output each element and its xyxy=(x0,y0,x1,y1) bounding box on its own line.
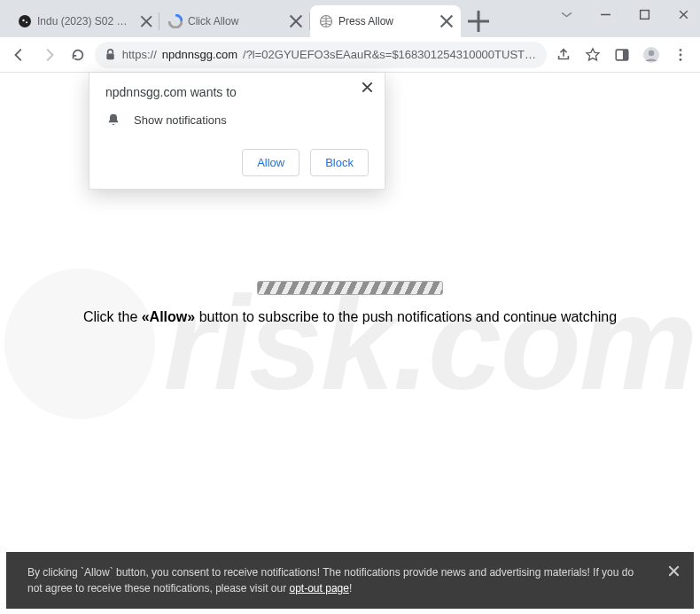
browser-toolbar: https://npdnnsgg.com/?l=02GYUEFO3sEAauR&… xyxy=(0,37,700,73)
tab-close-icon[interactable] xyxy=(140,14,152,28)
svg-point-12 xyxy=(679,58,681,60)
svg-point-9 xyxy=(648,50,653,55)
svg-point-11 xyxy=(679,53,681,56)
profile-avatar-button[interactable] xyxy=(638,42,664,68)
opt-out-link[interactable]: opt-out page xyxy=(290,582,349,595)
push-msg-prefix: Click the xyxy=(83,309,142,324)
push-notification-message: Click the «Allow» button to subscribe to… xyxy=(0,309,700,325)
push-msg-allow: «Allow» xyxy=(142,309,195,324)
new-tab-button[interactable] xyxy=(466,9,491,34)
consent-bar: By clicking `Allow` button, you consent … xyxy=(6,552,694,609)
window-caption-buttons xyxy=(556,0,700,28)
svg-point-10 xyxy=(679,49,681,51)
permission-dialog-label: Show notifications xyxy=(134,113,227,127)
svg-point-3 xyxy=(26,21,27,23)
lock-icon xyxy=(104,48,117,61)
window-minimize-button[interactable] xyxy=(595,4,615,24)
tab-label: Click Allow xyxy=(188,15,284,27)
bell-icon xyxy=(105,112,121,128)
back-button[interactable] xyxy=(7,42,33,68)
svg-rect-5 xyxy=(106,54,113,60)
address-bar[interactable]: https://npdnnsgg.com/?l=02GYUEFO3sEAauR&… xyxy=(95,42,548,68)
forward-button[interactable] xyxy=(36,42,62,68)
svg-point-1 xyxy=(19,15,31,27)
tab-label: Indu (2023) S02 Comp xyxy=(37,15,135,27)
push-msg-suffix: button to subscribe to the push notifica… xyxy=(195,309,617,324)
permission-dialog-row: Show notifications xyxy=(105,112,369,128)
kebab-menu-button[interactable] xyxy=(667,42,693,68)
permission-dialog-actions: Allow Block xyxy=(105,149,369,176)
tab-close-icon[interactable] xyxy=(289,14,303,28)
favicon-globe-dark-icon xyxy=(18,14,32,28)
bookmark-star-button[interactable] xyxy=(579,42,605,68)
page-viewport: risk.com Click the «Allow» button to sub… xyxy=(0,73,700,614)
svg-rect-7 xyxy=(623,50,628,60)
reload-button[interactable] xyxy=(66,42,91,68)
spinner-icon xyxy=(257,281,443,295)
svg-point-2 xyxy=(22,19,24,21)
tab-label: Press Allow xyxy=(338,15,434,27)
url-host: npdnnsgg.com xyxy=(162,48,237,61)
page-center-block: Click the «Allow» button to subscribe to… xyxy=(0,281,700,325)
consent-close-icon[interactable] xyxy=(665,563,681,579)
favicon-globe-light-icon xyxy=(319,14,333,28)
tab-click-allow[interactable]: Click Allow xyxy=(159,5,310,37)
consent-line2-post: ! xyxy=(349,582,352,595)
block-button[interactable]: Block xyxy=(310,149,369,176)
url-scheme: https:// xyxy=(122,48,157,61)
window-titlebar: Indu (2023) S02 Comp Click Allow Press A… xyxy=(0,0,700,37)
allow-button[interactable]: Allow xyxy=(242,149,299,176)
tabstrip: Indu (2023) S02 Comp Click Allow Press A… xyxy=(0,4,567,37)
permission-dialog-origin: npdnnsgg.com wants to xyxy=(105,85,369,99)
tab-indu-2023[interactable]: Indu (2023) S02 Comp xyxy=(9,5,159,37)
url-path: /?l=02GYUEFO3sEAauR&s=$168301254310000TU… xyxy=(243,48,538,61)
window-maximize-button[interactable] xyxy=(634,4,654,24)
favicon-recaptcha-icon xyxy=(168,14,183,28)
tab-press-allow[interactable]: Press Allow xyxy=(310,5,461,37)
side-panel-button[interactable] xyxy=(609,42,634,68)
share-button[interactable] xyxy=(550,42,576,68)
permission-dialog-close-icon[interactable] xyxy=(358,78,376,96)
svg-rect-0 xyxy=(640,10,649,19)
window-close-button[interactable] xyxy=(673,4,693,24)
tab-close-icon[interactable] xyxy=(439,14,454,28)
notification-permission-dialog: npdnnsgg.com wants to Show notifications… xyxy=(89,73,385,190)
consent-line2-pre: agree to receive these notifications, pl… xyxy=(45,582,289,595)
